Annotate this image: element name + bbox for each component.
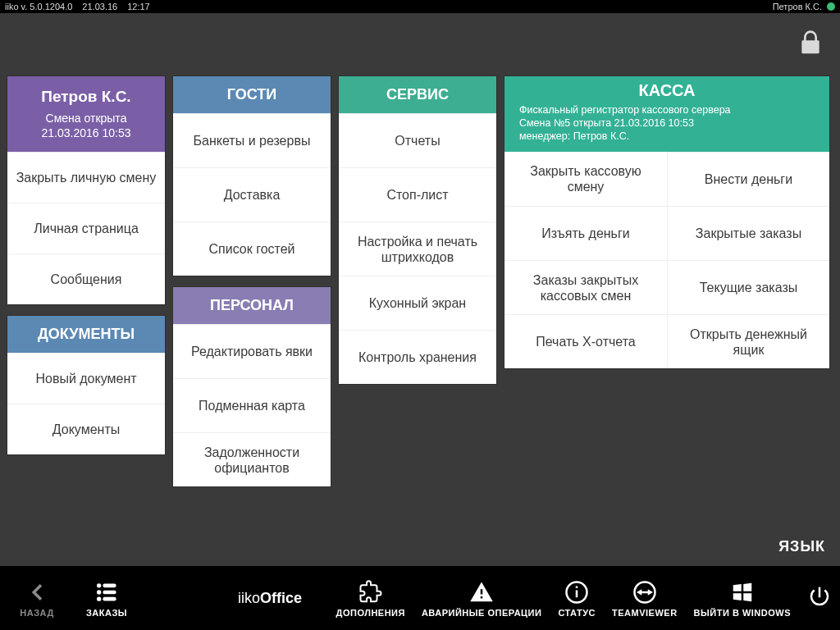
nav-emergency-button[interactable]: АВАРИЙНЫЕ ОПЕРАЦИИ [413, 578, 550, 618]
nav-addons-button[interactable]: ДОПОЛНЕНИЯ [328, 578, 413, 618]
nav-status-button[interactable]: СТАТУС [550, 578, 604, 618]
top-status-bar: iiko v. 5.0.1204.0 21.03.16 12:17 Петров… [0, 0, 840, 13]
documents-section-header: ДОКУМЕНТЫ [7, 316, 165, 353]
nav-back-button[interactable]: НАЗАД [0, 578, 74, 618]
storage-control-button[interactable]: Контроль хранения [339, 330, 496, 384]
svg-point-2 [97, 596, 101, 600]
status-dot-icon [827, 2, 835, 11]
personnel-section-header: ПЕРСОНАЛ [173, 287, 331, 324]
list-icon [93, 578, 121, 606]
language-button[interactable]: ЯЗЫК [778, 538, 825, 555]
svg-rect-7 [576, 591, 578, 598]
nav-orders-button[interactable]: ЗАКАЗЫ [74, 578, 139, 618]
substitute-card-button[interactable]: Подменная карта [173, 378, 331, 432]
documents-button[interactable]: Документы [7, 404, 165, 454]
edit-shifts-button[interactable]: Редактировать явки [173, 324, 331, 378]
warning-icon [469, 578, 494, 606]
print-x-report-button[interactable]: Печать Х-отчета [504, 314, 667, 368]
time-label: 12:17 [127, 0, 150, 13]
close-personal-shift-button[interactable]: Закрыть личную смену [7, 152, 165, 203]
chevron-left-icon [25, 578, 49, 606]
closed-orders-button[interactable]: Закрытые заказы [667, 206, 829, 260]
banquets-reserves-button[interactable]: Банкеты и резервы [173, 113, 331, 167]
stop-list-button[interactable]: Стоп-лист [339, 167, 496, 221]
windows-icon [730, 578, 755, 606]
kitchen-screen-button[interactable]: Кухонный экран [339, 276, 496, 330]
close-cash-shift-button[interactable]: Закрыть кассовую смену [504, 152, 667, 206]
barcode-settings-button[interactable]: Настройка и печать штрихкодов [339, 221, 496, 276]
messages-button[interactable]: Сообщения [7, 253, 165, 304]
date-label: 21.03.16 [82, 0, 117, 13]
guests-section-header: ГОСТИ [173, 76, 331, 113]
header-bar [0, 13, 840, 75]
current-user: Петров К.С. [773, 0, 822, 13]
bottom-nav: НАЗАД ЗАКАЗЫ iikoOffice ДОПОЛНЕНИЯ АВАРИ… [0, 566, 840, 630]
new-document-button[interactable]: Новый документ [7, 353, 165, 404]
svg-rect-4 [103, 591, 116, 595]
user-name: Петров К.С. [41, 88, 130, 106]
nav-exit-windows-button[interactable]: ВЫЙТИ В WINDOWS [686, 578, 799, 618]
deposit-money-button[interactable]: Внести деньги [667, 152, 829, 206]
power-icon [807, 584, 832, 612]
personal-page-button[interactable]: Личная страница [7, 203, 165, 253]
current-orders-button[interactable]: Текущие заказы [667, 260, 829, 314]
nav-teamviewer-button[interactable]: TEAMVIEWER [604, 578, 686, 618]
nav-power-button[interactable] [799, 584, 840, 612]
user-card-header: Петров К.С. Смена открыта 21.03.2016 10:… [7, 76, 165, 152]
shift-status: Смена открыта 21.03.2016 10:53 [42, 111, 131, 140]
svg-rect-3 [103, 584, 116, 588]
withdraw-money-button[interactable]: Изъять деньги [504, 206, 667, 260]
teamviewer-icon [632, 578, 657, 606]
closed-shift-orders-button[interactable]: Заказы закрытых кассовых смен [504, 260, 667, 314]
kassa-sub3: менеджер: Петров К.С. [519, 130, 815, 143]
service-section-header: СЕРВИС [339, 76, 496, 113]
puzzle-icon [358, 578, 383, 606]
delivery-button[interactable]: Доставка [173, 167, 331, 221]
info-icon [564, 578, 589, 606]
kassa-section-header: КАССА Фискальный регистратор кассового с… [504, 76, 829, 152]
brand-label[interactable]: iikoOffice [238, 590, 302, 607]
svg-rect-8 [576, 587, 578, 589]
waiter-debts-button[interactable]: Задолженности официантов [173, 432, 331, 486]
kassa-title: КАССА [519, 81, 815, 100]
guest-list-button[interactable]: Список гостей [173, 221, 331, 276]
svg-rect-5 [103, 597, 116, 601]
svg-point-1 [97, 590, 101, 594]
reports-button[interactable]: Отчеты [339, 113, 496, 167]
app-version: iiko v. 5.0.1204.0 [5, 0, 72, 13]
lock-icon[interactable] [797, 30, 824, 59]
open-cash-drawer-button[interactable]: Открыть денежный ящик [667, 314, 829, 368]
kassa-sub1: Фискальный регистратор кассового сервера [519, 103, 815, 116]
main-panel: Петров К.С. Смена открыта 21.03.2016 10:… [0, 75, 840, 487]
kassa-sub2: Смена №5 открыта 21.03.2016 10:53 [519, 116, 815, 130]
svg-point-0 [97, 583, 101, 587]
